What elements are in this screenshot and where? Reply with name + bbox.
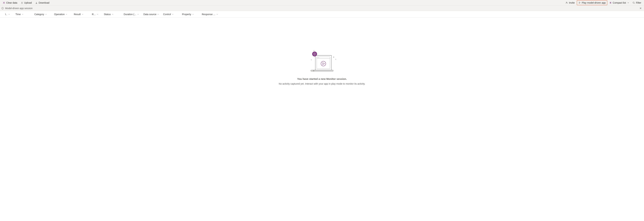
col-duration[interactable]: Duration (... [124, 13, 144, 16]
col-id[interactable]: I.. [5, 13, 16, 16]
list-icon [609, 2, 612, 4]
svg-rect-4 [311, 70, 333, 71]
close-icon [3, 2, 5, 4]
upload-icon [21, 2, 23, 4]
col-label: Property [182, 13, 191, 16]
filter-button[interactable]: Filter [631, 0, 643, 5]
chevron-down-icon [216, 14, 218, 15]
col-time[interactable]: Time [16, 13, 34, 16]
col-label: Operation [54, 13, 64, 16]
col-label: Control [163, 13, 171, 16]
download-button[interactable]: Download [34, 0, 51, 5]
chevron-down-icon [45, 14, 47, 15]
table-header: I.. Time Category Operation Result R... … [0, 11, 644, 18]
chevron-down-icon [112, 14, 114, 15]
col-category[interactable]: Category [34, 13, 54, 16]
svg-point-6 [317, 58, 318, 58]
download-label: Download [39, 1, 49, 4]
svg-point-0 [566, 2, 567, 3]
play-icon [578, 2, 581, 4]
session-label: Model-driven app session [5, 7, 33, 10]
svg-point-8 [319, 58, 319, 58]
chevron-down-icon [137, 14, 139, 15]
col-label: R... [92, 13, 96, 16]
svg-point-7 [318, 58, 318, 58]
chevron-down-icon [172, 14, 174, 15]
col-label: Data source [144, 13, 156, 16]
download-icon [35, 2, 38, 4]
filter-label: Filter [636, 1, 641, 4]
compact-list-label: Compact list [613, 1, 626, 4]
clear-data-button[interactable]: Clear data [1, 0, 19, 5]
toolbar-right: Invite Play model-driven app Compact lis… [564, 0, 643, 5]
col-label: Result [74, 13, 81, 16]
session-bar: Model-driven app session [0, 6, 644, 11]
toolbar: Clear data Upload Download Invite Play [0, 0, 644, 6]
col-label: Duration (... [124, 13, 136, 16]
search-icon [632, 2, 635, 4]
col-label: Response ... [202, 13, 215, 16]
col-label: Time [16, 13, 21, 16]
col-label: I.. [5, 13, 7, 16]
person-add-icon [566, 2, 568, 4]
play-app-button[interactable]: Play model-driven app [577, 0, 607, 5]
col-data-source[interactable]: Data source [144, 13, 163, 16]
invite-button[interactable]: Invite [564, 0, 576, 5]
empty-subtitle: No activity captured yet. Interact with … [279, 82, 365, 85]
col-label: Category [34, 13, 44, 16]
col-response[interactable]: Response ... [202, 13, 222, 16]
compact-list-button[interactable]: Compact list [608, 0, 630, 5]
col-control[interactable]: Control [163, 13, 182, 16]
upload-label: Upload [24, 1, 32, 4]
col-result[interactable]: Result [74, 13, 92, 16]
col-r-short[interactable]: R... [92, 13, 104, 16]
chevron-down-icon [66, 14, 67, 15]
col-label: Status [104, 13, 111, 16]
info-icon [1, 7, 4, 10]
chevron-down-icon [627, 2, 629, 4]
chevron-down-icon [8, 14, 10, 15]
session-close-button[interactable] [638, 6, 643, 10]
monitor-illustration [304, 50, 340, 74]
empty-state: You have started a new Monitor session. … [0, 18, 644, 85]
chevron-down-icon [22, 14, 24, 15]
col-status[interactable]: Status [104, 13, 124, 16]
empty-title: You have started a new Monitor session. [297, 77, 347, 80]
toolbar-left: Clear data Upload Download [1, 0, 51, 5]
session-info: Model-driven app session [1, 7, 33, 10]
upload-button[interactable]: Upload [20, 0, 33, 5]
clear-data-label: Clear data [6, 1, 17, 4]
chevron-down-icon [97, 14, 98, 15]
col-operation[interactable]: Operation [54, 13, 74, 16]
invite-label: Invite [569, 1, 574, 4]
col-property[interactable]: Property [182, 13, 202, 16]
svg-point-3 [2, 8, 3, 8]
chevron-down-icon [192, 14, 194, 15]
svg-point-9 [321, 61, 326, 66]
chevron-down-icon [157, 14, 159, 15]
svg-point-1 [633, 2, 634, 3]
chevron-down-icon [82, 14, 84, 15]
play-label: Play model-driven app [582, 1, 606, 4]
